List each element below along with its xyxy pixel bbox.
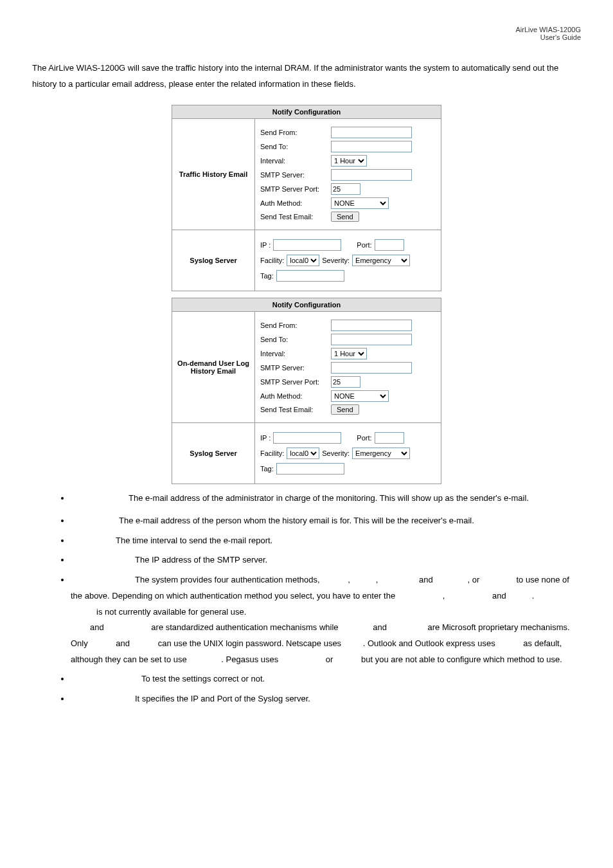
severity-label-2: Severity: [322, 449, 350, 457]
tag-label-2: Tag: [260, 465, 274, 473]
facility-select[interactable]: local0 [287, 255, 319, 266]
bullet-1: The e-mail address of the administrator … [71, 491, 581, 507]
ip-label: IP : [260, 241, 271, 249]
product-name: AirLive WIAS-1200G [516, 26, 581, 33]
smtp-server-label-2: SMTP Server: [260, 364, 331, 372]
bullet-2: The e-mail address of the person whom th… [71, 513, 581, 529]
interval-select[interactable]: 1 Hour [331, 155, 367, 167]
smtp-port-label-2: SMTP Server Port: [260, 378, 331, 386]
doc-title: User's Guide [540, 33, 581, 41]
send-to-input-2[interactable] [331, 334, 412, 345]
ip-label-2: IP : [260, 434, 271, 442]
traffic-history-fields: Send From: Send To: Interval:1 Hour SMTP… [255, 119, 441, 230]
tag-label: Tag: [260, 272, 274, 280]
severity-select-2[interactable]: Emergency [352, 448, 410, 459]
facility-label-2: Facility: [260, 449, 284, 457]
syslog-fields-1: IP : Port: Facility: local0 Severity: Em… [255, 230, 441, 291]
notify-config-table-2: Notify Configuration On-demand User Log … [172, 298, 441, 484]
send-to-input[interactable] [331, 141, 412, 152]
interval-select-2[interactable]: 1 Hour [331, 348, 367, 359]
severity-label: Severity: [322, 257, 350, 264]
port-label-2: Port: [357, 434, 371, 442]
smtp-port-input[interactable] [331, 183, 360, 195]
syslog-server-label-2: Syslog Server [172, 423, 255, 484]
send-from-label: Send From: [260, 129, 331, 136]
section-header-2: Notify Configuration [172, 298, 441, 312]
traffic-history-email-label: Traffic History Email [172, 119, 255, 230]
send-from-input[interactable] [331, 127, 412, 138]
bullet-3: The time interval to send the e-mail rep… [71, 533, 581, 549]
smtp-port-label: SMTP Server Port: [260, 185, 331, 193]
port-input-2[interactable] [375, 432, 404, 444]
bullet-7: It specifies the IP and Port of the Sysl… [71, 691, 581, 707]
send-test-label: Send Test Email: [260, 213, 331, 221]
facility-label: Facility: [260, 257, 284, 264]
auth-method-label-2: Auth Method: [260, 392, 331, 400]
notify-config-table-1: Notify Configuration Traffic History Ema… [172, 105, 441, 291]
port-input[interactable] [375, 239, 404, 251]
doc-header: AirLive WIAS-1200G User's Guide [32, 26, 581, 41]
smtp-port-input-2[interactable] [331, 376, 360, 388]
auth-method-label: Auth Method: [260, 199, 331, 207]
send-to-label: Send To: [260, 143, 331, 150]
severity-select[interactable]: Emergency [352, 255, 410, 266]
bullet-4: The IP address of the SMTP server. [71, 552, 581, 568]
bullet-5: The system provides four authentication … [71, 572, 581, 667]
auth-method-select-2[interactable]: NONE [331, 390, 389, 402]
smtp-server-input-2[interactable] [331, 362, 412, 374]
tag-input-2[interactable] [276, 463, 344, 475]
interval-label: Interval: [260, 157, 331, 165]
bullet-list-2: The e-mail address of the person whom th… [32, 513, 581, 707]
syslog-server-label-1: Syslog Server [172, 230, 255, 291]
send-to-label-2: Send To: [260, 336, 331, 343]
send-test-button-2[interactable]: Send [331, 404, 359, 415]
section-header-1: Notify Configuration [172, 105, 441, 119]
send-test-label-2: Send Test Email: [260, 406, 331, 413]
smtp-server-input[interactable] [331, 169, 412, 181]
tag-input[interactable] [276, 270, 344, 282]
auth-method-select[interactable]: NONE [331, 197, 389, 209]
send-from-label-2: Send From: [260, 321, 331, 329]
send-test-button[interactable]: Send [331, 212, 359, 222]
bullet-list: The e-mail address of the administrator … [32, 491, 581, 507]
intro-paragraph: The AirLive WIAS-1200G will save the tra… [32, 60, 581, 92]
ondemand-label: On-demand User Log History Email [172, 312, 255, 423]
ip-input[interactable] [273, 239, 341, 251]
facility-select-2[interactable]: local0 [287, 448, 319, 459]
syslog-fields-2: IP : Port: Facility: local0 Severity: Em… [255, 423, 441, 484]
bullet-6: To test the settings correct or not. [71, 671, 581, 687]
send-from-input-2[interactable] [331, 320, 412, 331]
port-label: Port: [357, 241, 371, 249]
smtp-server-label: SMTP Server: [260, 171, 331, 179]
interval-label-2: Interval: [260, 350, 331, 357]
ondemand-fields: Send From: Send To: Interval:1 Hour SMTP… [255, 312, 441, 423]
ip-input-2[interactable] [273, 432, 341, 444]
